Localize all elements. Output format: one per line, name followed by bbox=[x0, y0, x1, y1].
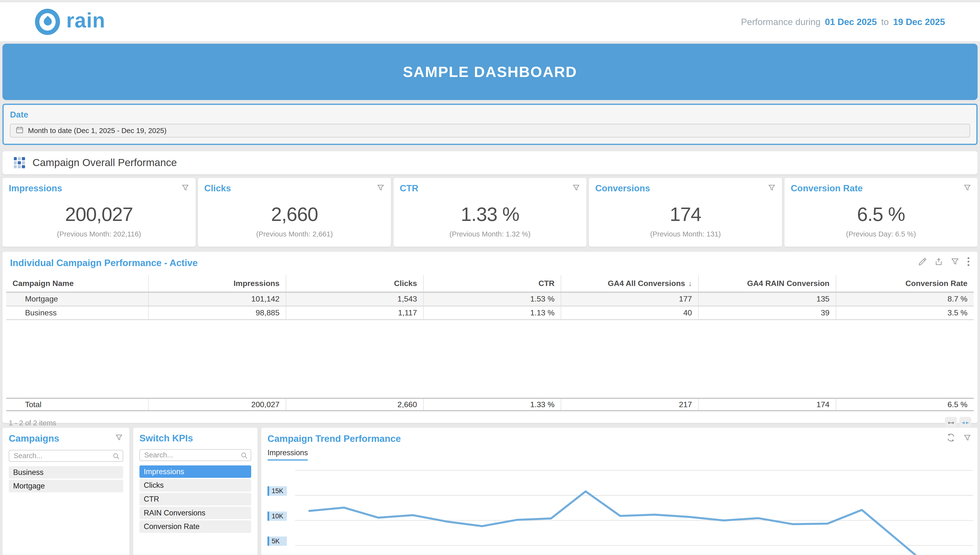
grid-icon bbox=[14, 157, 25, 168]
cell-ga4-rain-conversion: 39 bbox=[699, 306, 836, 319]
total-clicks: 2,660 bbox=[286, 399, 424, 410]
column-header-conversion-rate[interactable]: Conversion Rate bbox=[836, 275, 974, 292]
column-header-clicks[interactable]: Clicks bbox=[286, 275, 424, 292]
export-icon[interactable] bbox=[934, 257, 943, 268]
dashboard-banner: SAMPLE DASHBOARD bbox=[2, 44, 977, 100]
calendar-icon bbox=[16, 126, 24, 135]
table-title: Individual Campaign Performance - Active bbox=[10, 258, 198, 268]
kpi-item-impressions[interactable]: Impressions bbox=[140, 465, 251, 478]
y-axis-label-10k: 10K bbox=[267, 512, 287, 521]
filter-icon[interactable] bbox=[951, 257, 959, 268]
table-toolbar bbox=[918, 257, 970, 269]
trend-line-chart: 15K10K5K bbox=[267, 467, 971, 555]
date-filter-label: Date bbox=[10, 110, 970, 119]
total-conversion-rate: 6.5 % bbox=[836, 399, 974, 410]
kpi-subtitle: (Previous Month: 202,116) bbox=[9, 230, 189, 238]
cell-ga4-all-conversions: 177 bbox=[561, 293, 699, 305]
cell-clicks: 1,543 bbox=[286, 293, 424, 305]
kpi-title: Impressions bbox=[9, 183, 62, 194]
collapse-columns-button[interactable] bbox=[959, 417, 971, 429]
total-ga4-rain-conversion: 174 bbox=[699, 399, 836, 410]
kpi-cards-row: Impressions 200,027 (Previous Month: 202… bbox=[2, 178, 977, 247]
edit-icon[interactable] bbox=[918, 257, 927, 268]
filter-icon[interactable] bbox=[963, 183, 971, 194]
kpi-title: Conversion Rate bbox=[791, 183, 863, 194]
filter-icon[interactable] bbox=[376, 183, 385, 194]
campaigns-list: BusinessMortgage bbox=[9, 466, 123, 492]
kpi-item-clicks[interactable]: Clicks bbox=[140, 479, 251, 491]
column-header-impressions[interactable]: Impressions bbox=[149, 275, 286, 292]
impressions-line-series bbox=[309, 491, 931, 555]
legend-item-impressions[interactable]: Impressions bbox=[267, 448, 308, 461]
kpi-card-conversion-rate: Conversion Rate 6.5 % (Previous Day: 6.5… bbox=[784, 178, 977, 247]
legend-active-underline bbox=[267, 459, 308, 461]
kpi-item-conversion-rate[interactable]: Conversion Rate bbox=[140, 520, 251, 533]
kpi-title: Clicks bbox=[204, 183, 231, 194]
campaign-table: Campaign NameImpressionsClicksCTRGA4 All… bbox=[6, 275, 974, 411]
total-ga4-all-conversions: 217 bbox=[561, 399, 699, 410]
dashboard-page: rain Performance during 01 Dec 2025 to 1… bbox=[0, 0, 980, 555]
refresh-icon[interactable] bbox=[946, 433, 956, 445]
campaign-item-business[interactable]: Business bbox=[9, 466, 123, 478]
total-campaign-name: Total bbox=[6, 399, 149, 410]
kpi-card-conversions: Conversions 174 (Previous Month: 131) bbox=[589, 178, 782, 247]
column-header-ga4-all-conversions[interactable]: GA4 All Conversions↓ bbox=[561, 275, 699, 292]
filter-icon[interactable] bbox=[572, 183, 580, 194]
water-drop-icon bbox=[42, 16, 53, 27]
kpi-card-ctr: CTR 1.33 % (Previous Month: 1.32 %) bbox=[394, 178, 586, 247]
bottom-row: Campaigns BusinessMortgage Switch KPIs I… bbox=[2, 428, 977, 555]
column-header-ga4-rain-conversion[interactable]: GA4 RAIN Conversion bbox=[699, 275, 836, 292]
kpi-value: 200,027 bbox=[9, 203, 189, 226]
performance-label: Performance during bbox=[741, 17, 821, 27]
cell-ga4-all-conversions: 40 bbox=[561, 306, 699, 319]
kpi-item-ctr[interactable]: CTR bbox=[140, 493, 251, 505]
kpi-subtitle: (Previous Month: 1.32 %) bbox=[400, 230, 580, 238]
y-axis-label-5k: 5K bbox=[267, 537, 287, 546]
kpi-item-rain-conversions[interactable]: RAIN Conversions bbox=[140, 507, 251, 519]
column-header-ctr[interactable]: CTR bbox=[424, 275, 561, 292]
total-impressions: 200,027 bbox=[149, 399, 286, 410]
kpi-title: CTR bbox=[400, 183, 418, 194]
date-to: 19 Dec 2025 bbox=[893, 17, 945, 27]
table-total-row: Total200,0272,6601.33 %2171746.5 % bbox=[6, 398, 974, 411]
campaign-item-mortgage[interactable]: Mortgage bbox=[9, 480, 123, 492]
search-icon bbox=[241, 450, 248, 462]
campaigns-search-input[interactable] bbox=[9, 450, 123, 462]
line-chart-svg bbox=[267, 467, 973, 555]
logo-text: rain bbox=[66, 10, 105, 33]
section-title: Campaign Overall Performance bbox=[32, 157, 177, 168]
kebab-menu-icon[interactable] bbox=[967, 257, 970, 269]
cell-ctr: 1.53 % bbox=[424, 293, 561, 305]
table-header-row: Campaign NameImpressionsClicksCTRGA4 All… bbox=[6, 275, 974, 293]
date-range-picker[interactable]: Month to date (Dec 1, 2025 - Dec 19, 202… bbox=[10, 124, 970, 138]
filter-icon[interactable] bbox=[181, 183, 189, 194]
performance-date-range: Performance during 01 Dec 2025 to 19 Dec… bbox=[741, 17, 945, 27]
cell-campaign-name: Mortgage bbox=[6, 293, 149, 305]
total-ctr: 1.33 % bbox=[424, 399, 561, 410]
kpi-card-clicks: Clicks 2,660 (Previous Month: 2,661) bbox=[198, 178, 391, 247]
column-header-campaign-name[interactable]: Campaign Name bbox=[6, 275, 149, 292]
switch-kpis-panel: Switch KPIs ImpressionsClicksCTRRAIN Con… bbox=[133, 428, 257, 555]
kpi-value: 6.5 % bbox=[791, 203, 971, 226]
trend-chart-title: Campaign Trend Performance bbox=[267, 433, 401, 444]
date-filter-section: Date Month to date (Dec 1, 2025 - Dec 19… bbox=[2, 104, 977, 145]
cell-campaign-name: Business bbox=[6, 306, 149, 319]
campaigns-panel: Campaigns BusinessMortgage bbox=[2, 428, 129, 555]
table-row-business[interactable]: Business98,8851,1171.13 %40393.5 % bbox=[6, 306, 974, 320]
fit-column-width-button[interactable] bbox=[945, 417, 957, 429]
filter-icon[interactable] bbox=[768, 183, 776, 194]
cell-conversion-rate: 8.7 % bbox=[836, 293, 974, 305]
filter-icon[interactable] bbox=[963, 433, 971, 444]
kpi-value: 2,660 bbox=[204, 203, 385, 226]
sort-desc-icon: ↓ bbox=[688, 279, 692, 288]
cell-ctr: 1.13 % bbox=[424, 306, 561, 319]
rain-logo: rain bbox=[35, 9, 105, 35]
table-row-mortgage[interactable]: Mortgage101,1421,5431.53 %1771358.7 % bbox=[6, 293, 974, 306]
kpi-subtitle: (Previous Day: 6.5 %) bbox=[791, 230, 971, 238]
kpis-search-input[interactable] bbox=[140, 449, 251, 461]
cell-clicks: 1,117 bbox=[286, 306, 424, 319]
kpi-value: 174 bbox=[595, 203, 776, 226]
filter-icon[interactable] bbox=[115, 433, 123, 444]
cell-impressions: 98,885 bbox=[149, 306, 286, 319]
cell-ga4-rain-conversion: 135 bbox=[699, 293, 836, 305]
